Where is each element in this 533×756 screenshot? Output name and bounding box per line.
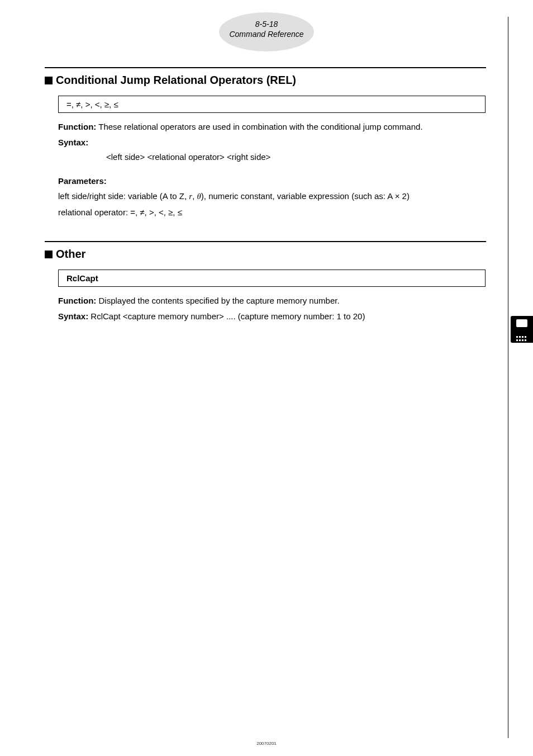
section-heading-rel: Conditional Jump Relational Operators (R… — [45, 74, 499, 87]
section-heading-other-text: Other — [56, 248, 85, 260]
page-right-rule — [508, 17, 508, 738]
syntax-line: <left side> <relational operator> <right… — [106, 152, 499, 162]
header-bubble: 8-5-18 Command Reference — [219, 12, 314, 51]
operators-line: =, ≠, >, <, ≥, ≤ — [66, 100, 118, 109]
parameters-label: Parameters: — [58, 175, 488, 187]
syntax-label: Syntax: — [58, 136, 488, 149]
syntax-label-2: Syntax: — [58, 311, 88, 321]
command-name: RclCapt — [66, 273, 98, 283]
section-divider — [45, 241, 486, 242]
operators-box: =, ≠, >, <, ≥, ≤ — [58, 96, 486, 113]
function-text: These relational operators are used in c… — [96, 122, 422, 131]
params-var-theta: θ — [197, 192, 201, 201]
calculator-screen-icon — [516, 319, 527, 327]
square-bullet-icon — [45, 251, 53, 258]
parameters-text: left side/right side: variable (A to Z, … — [58, 190, 488, 203]
calculator-keys-row — [516, 337, 527, 338]
command-box-rclcapt: RclCapt — [58, 270, 486, 287]
section-divider — [45, 67, 486, 68]
footer-code: 20070201 — [256, 741, 277, 746]
header-page-ref: 8-5-18 — [219, 19, 314, 29]
function-text-2: Displayed the contents specified by the … — [96, 296, 339, 305]
relational-operator-line: relational operator: =, ≠, >, <, ≥, ≤ — [58, 206, 488, 219]
syntax-text-2: RclCapt <capture memory number> .... (ca… — [88, 311, 365, 321]
section-heading-other: Other — [45, 248, 499, 261]
params-pre: left side/right side: variable (A to Z, — [58, 191, 189, 201]
calculator-keys-row — [516, 330, 527, 332]
function-label-2: Function: — [58, 296, 96, 305]
function-label: Function: — [58, 122, 96, 131]
params-post: ), numeric constant, variable expression… — [201, 191, 410, 201]
square-bullet-icon — [45, 77, 53, 84]
function-paragraph-2: Function: Displayed the contents specifi… — [58, 295, 488, 307]
section-heading-rel-text: Conditional Jump Relational Operators (R… — [56, 74, 296, 86]
syntax-paragraph-2: Syntax: RclCapt <capture memory number> … — [58, 310, 488, 323]
function-paragraph: Function: These relational operators are… — [58, 121, 488, 133]
calculator-keys-row — [516, 333, 527, 335]
calculator-icon — [511, 316, 533, 343]
header-title: Command Reference — [219, 29, 314, 39]
